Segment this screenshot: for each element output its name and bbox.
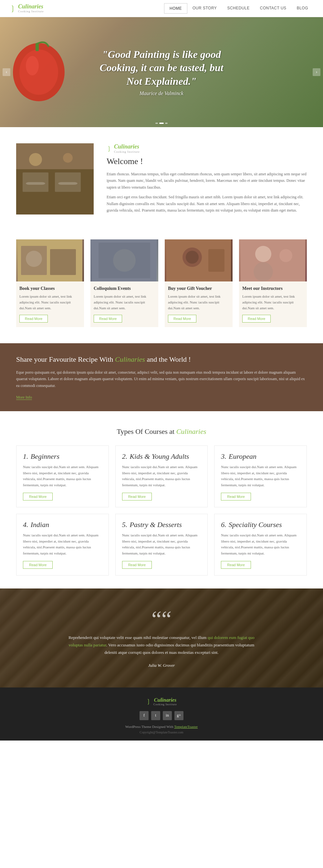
course-3-btn[interactable]: Read More [221, 493, 251, 500]
svg-rect-25 [254, 262, 273, 281]
card-voucher-btn[interactable]: Read More [168, 315, 196, 322]
svg-rect-23 [241, 239, 305, 281]
testimonial-text: Reprehenderit qui voluptate velit esse q… [65, 634, 258, 656]
testimonial-section: ““ Reprehenderit qui voluptate velit ess… [0, 588, 323, 687]
social-twitter[interactable]: t [151, 711, 160, 720]
svg-point-15 [26, 251, 42, 267]
card-instructors-btn[interactable]: Read More [242, 315, 271, 322]
navbar: ❳ Culinaries Cooking Institute HOME OUR … [0, 0, 323, 17]
course-6-text: Nunc iaculis suscipit dui.Nam sit amet s… [221, 532, 300, 556]
card-classes: Book your Classes Lorem ipsum dolor sit … [16, 239, 84, 327]
hero-dot-1[interactable] [155, 123, 158, 124]
course-5-name: Pastry & Desserts [130, 521, 182, 529]
nav-schedule[interactable]: SCHEDULE [222, 3, 254, 13]
welcome-logo-sub: Cooking Institute [114, 150, 140, 153]
svg-point-26 [279, 249, 292, 262]
card-voucher-image [165, 239, 232, 281]
hero-dot-3[interactable] [165, 123, 168, 124]
recipe-heading-end: and the World ! [145, 355, 191, 363]
recipe-brand: Culinaries [115, 355, 145, 363]
card-voucher-text: Lorem ipsum dolor sit amet, test link ad… [168, 294, 229, 311]
welcome-content: ❳ Culinaries Cooking Institute Welcome !… [107, 143, 307, 217]
course-5-num: 5. [122, 521, 128, 529]
courses-title-start: Types Of Courses at [117, 427, 176, 435]
logo-icon: ❳ [10, 4, 15, 12]
footer-wp-link[interactable]: TemplateToaster [174, 725, 198, 728]
logo: ❳ Culinaries Cooking Institute [10, 4, 44, 13]
course-6-btn[interactable]: Read More [221, 561, 251, 569]
course-3-num: 3. [221, 452, 226, 460]
course-speciality: 6. Speciality Courses Nunc iaculis susci… [214, 514, 307, 576]
course-4-name: Indian [31, 521, 49, 529]
card-events-btn[interactable]: Read More [94, 315, 122, 322]
nav-our-story[interactable]: OUR STORY [187, 3, 222, 13]
course-1-num: 1. [23, 452, 28, 460]
footer-copyright: Copyright@TemplateToaster.com [16, 731, 307, 734]
welcome-section: ❳ Culinaries Cooking Institute Welcome !… [0, 127, 323, 233]
course-4-num: 4. [23, 521, 28, 529]
hero-prev-arrow[interactable]: ‹ [3, 68, 10, 76]
footer-logo-icon: ❳ [146, 698, 151, 705]
welcome-para-1: Etiam rhoncus. Maecenas tempus, tellus e… [107, 171, 307, 191]
svg-point-21 [186, 251, 199, 264]
card-instructors-title: Meet our Instructors [242, 286, 303, 291]
social-links: f t in g+ [16, 711, 307, 720]
course-3-name: European [229, 452, 256, 460]
courses-section: Types Of Courses at Culinaries 1. Beginn… [0, 414, 323, 588]
hero-dots [155, 123, 168, 124]
course-4-btn[interactable]: Read More [23, 561, 52, 569]
social-linkedin[interactable]: in [163, 711, 172, 720]
card-classes-btn[interactable]: Read More [20, 315, 48, 322]
hero-quote: "Good Painting is like good Cooking, it … [94, 48, 229, 88]
course-6-num: 6. [221, 521, 226, 529]
social-facebook[interactable]: f [140, 711, 149, 720]
card-instructors-text: Lorem ipsum dolor sit amet, test link ad… [242, 294, 303, 311]
hero-next-arrow[interactable]: › [313, 68, 320, 76]
svg-point-1 [20, 50, 58, 95]
course-5-text: Nunc iaculis suscipit dui.Nam sit amet s… [122, 532, 201, 556]
svg-rect-10 [26, 182, 45, 185]
cards-grid: Book your Classes Lorem ipsum dolor sit … [16, 239, 307, 327]
card-classes-text: Lorem ipsum dolor sit amet, test link ad… [20, 294, 81, 311]
welcome-logo: ❳ Culinaries Cooking Institute [107, 143, 307, 153]
recipe-text: Eque porro quisquam est, qui dolorem ips… [16, 369, 307, 389]
nav-contact[interactable]: CONTACT US [255, 3, 292, 13]
logo-brand: Culinaries [18, 4, 44, 10]
social-googleplus[interactable]: g+ [174, 711, 183, 720]
footer-wp-text: WordPress Theme Designed With TemplateTo… [16, 725, 307, 728]
recipe-heading: Share your Favourite Recipe With Culinar… [16, 354, 307, 365]
hero-text-block: "Good Painting is like good Cooking, it … [81, 41, 242, 103]
recipe-banner: Share your Favourite Recipe With Culinar… [0, 343, 323, 411]
cards-section: Book your Classes Lorem ipsum dolor sit … [0, 233, 323, 340]
course-kids: 2. Kids & Young Adults Nunc iaculis susc… [115, 445, 208, 507]
course-1-text: Nunc iaculis suscipit dui.Nam sit amet s… [23, 464, 102, 488]
nav-home[interactable]: HOME [164, 3, 187, 13]
hero-author: Maurice de Valminck [94, 91, 229, 96]
course-2-num: 2. [122, 452, 128, 460]
course-4-text: Nunc iaculis suscipit dui.Nam sit amet s… [23, 532, 102, 556]
hero-pepper-decoration [6, 40, 71, 104]
card-voucher-title: Buy your Gift Voucher [168, 286, 229, 291]
footer: ❳ Culinaries Cooking Institute f t in g+… [0, 687, 323, 741]
recipe-more-info-link[interactable]: More Info [16, 395, 32, 400]
course-2-btn[interactable]: Read More [122, 493, 152, 500]
courses-grid: 1. Beginners Nunc iaculis suscipit dui.N… [16, 445, 307, 576]
card-classes-title: Book your Classes [20, 286, 81, 291]
nav-blog[interactable]: BLOG [292, 3, 313, 13]
course-5-btn[interactable]: Read More [122, 561, 152, 569]
course-2-name: Kids & Young Adults [130, 452, 189, 460]
course-1-btn[interactable]: Read More [23, 493, 52, 500]
testimonial-text-end: . Vero accusamus iusto odio dignissimos … [104, 643, 254, 655]
course-european: 3. European Nunc iaculis suscipit dui.Na… [214, 445, 307, 507]
course-beginners: 1. Beginners Nunc iaculis suscipit dui.N… [16, 445, 109, 507]
nav-links: HOME OUR STORY SCHEDULE CONTACT US BLOG [164, 3, 313, 13]
card-events: Colloquium Events Lorem ipsum dolor sit … [91, 239, 158, 327]
testimonial-author: Julia W. Grover [16, 663, 307, 668]
courses-title: Types Of Courses at Culinaries [16, 427, 307, 436]
hero-dot-2[interactable] [159, 123, 164, 124]
card-events-text: Lorem ipsum dolor sit amet, test link ad… [94, 294, 155, 311]
svg-point-18 [113, 249, 136, 272]
kitchen-illustration [16, 143, 94, 215]
svg-point-8 [29, 153, 42, 166]
course-2-text: Nunc iaculis suscipit dui.Nam sit amet s… [122, 464, 201, 488]
